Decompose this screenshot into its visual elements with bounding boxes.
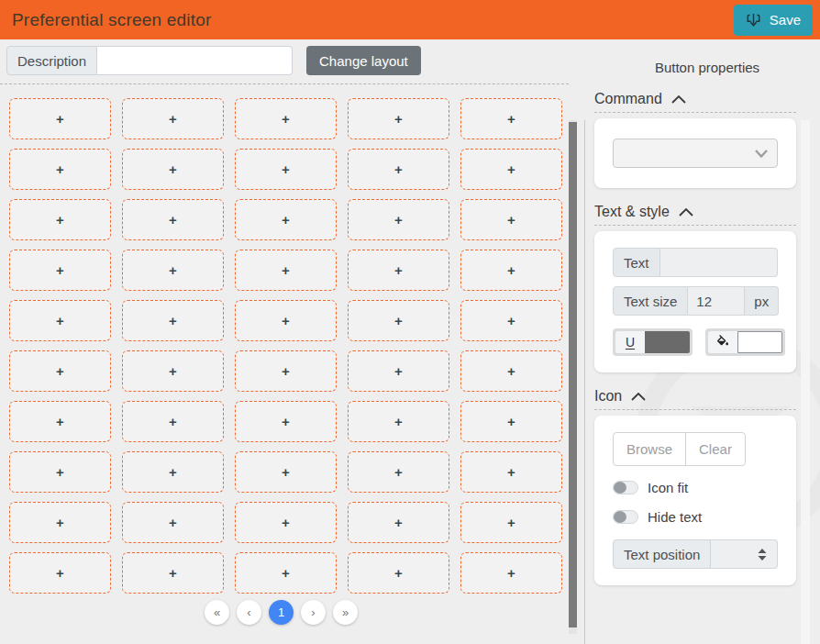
panel-title: Button properties xyxy=(594,60,820,75)
grid-add-button[interactable]: + xyxy=(348,300,449,341)
grid-add-button[interactable]: + xyxy=(122,451,224,493)
grid-add-button[interactable]: + xyxy=(348,149,449,190)
grid-add-button[interactable]: + xyxy=(235,149,337,190)
browse-button[interactable]: Browse xyxy=(614,433,685,465)
chevron-up-icon xyxy=(631,393,646,401)
text-color-group: U xyxy=(613,328,693,356)
grid-add-button[interactable]: + xyxy=(122,98,224,139)
grid-add-button[interactable]: + xyxy=(235,300,337,341)
grid-add-button[interactable]: + xyxy=(348,250,449,291)
grid-add-button[interactable]: + xyxy=(460,199,562,240)
description-group: Description xyxy=(6,46,293,75)
grid-add-button[interactable]: + xyxy=(122,401,224,442)
save-button[interactable]: Save xyxy=(734,5,813,36)
grid-add-button[interactable]: + xyxy=(460,350,562,392)
grid-add-button[interactable]: + xyxy=(122,199,224,240)
grid-add-button[interactable]: + xyxy=(122,149,224,190)
command-card xyxy=(594,118,796,188)
chevron-up-icon xyxy=(671,95,686,104)
grid-add-button[interactable]: + xyxy=(9,552,111,594)
grid-add-button[interactable]: + xyxy=(235,98,337,139)
grid-add-button[interactable]: + xyxy=(122,502,224,543)
grid-add-button[interactable]: + xyxy=(460,250,562,291)
hide-text-row: Hide text xyxy=(613,509,778,525)
grid-add-button[interactable]: + xyxy=(9,451,111,493)
grid-add-button[interactable]: + xyxy=(235,250,337,291)
grid-add-button[interactable]: + xyxy=(460,401,562,442)
grid-add-button[interactable]: + xyxy=(235,502,337,543)
grid-add-button[interactable]: + xyxy=(122,250,224,291)
save-download-icon xyxy=(746,12,761,28)
fill-color-group xyxy=(705,328,785,356)
description-input[interactable] xyxy=(97,46,293,75)
underline-button[interactable]: U xyxy=(615,331,645,353)
change-layout-button[interactable]: Change layout xyxy=(306,46,421,75)
properties-panel: Button properties Command Text & xyxy=(584,39,820,644)
section-header-text-style[interactable]: Text & style xyxy=(594,204,796,226)
save-button-label: Save xyxy=(770,12,801,28)
grid-add-button[interactable]: + xyxy=(348,350,449,392)
grid-add-button[interactable]: + xyxy=(348,502,449,543)
text-field-label: Text xyxy=(613,248,660,277)
hide-text-label: Hide text xyxy=(648,509,702,525)
grid-add-button[interactable]: + xyxy=(348,451,449,493)
text-style-card: Text Text size px U xyxy=(594,231,796,372)
grid-add-button[interactable]: + xyxy=(9,98,111,139)
button-grid: ++++++++++++++++++++++++++++++++++++++++… xyxy=(0,84,584,594)
chevron-down-icon xyxy=(755,150,768,158)
pagination-first-button[interactable]: « xyxy=(205,600,229,625)
paint-bucket-icon[interactable] xyxy=(708,331,737,353)
pagination-next-button[interactable]: › xyxy=(301,600,326,625)
grid-add-button[interactable]: + xyxy=(9,149,111,190)
grid-add-button[interactable]: + xyxy=(235,552,337,594)
text-style-section-label: Text & style xyxy=(594,204,670,220)
pagination: « ‹ 1 › » xyxy=(0,600,562,625)
toolbar: Description Change layout xyxy=(0,39,584,78)
text-field-group: Text xyxy=(613,248,778,277)
grid-add-button[interactable]: + xyxy=(235,451,337,493)
grid-add-button[interactable]: + xyxy=(9,401,111,442)
grid-add-button[interactable]: + xyxy=(9,350,111,392)
grid-add-button[interactable]: + xyxy=(9,250,111,291)
grid-add-button[interactable]: + xyxy=(460,300,562,341)
grid-add-button[interactable]: + xyxy=(460,451,562,493)
grid-add-button[interactable]: + xyxy=(122,350,224,392)
panel-scrollbar-track[interactable] xyxy=(801,120,810,644)
grid-add-button[interactable]: + xyxy=(348,401,449,442)
grid-add-button[interactable]: + xyxy=(235,199,337,240)
grid-add-button[interactable]: + xyxy=(9,300,111,341)
clear-button[interactable]: Clear xyxy=(685,433,745,465)
grid-add-button[interactable]: + xyxy=(348,98,449,139)
text-input[interactable] xyxy=(660,248,778,277)
grid-add-button[interactable]: + xyxy=(460,502,562,543)
pagination-page-button[interactable]: 1 xyxy=(269,600,294,625)
hide-text-toggle[interactable] xyxy=(613,510,638,524)
sort-arrows-icon xyxy=(758,549,767,561)
background-color-swatch[interactable] xyxy=(737,331,782,353)
icon-card: Browse Clear Icon fit Hide text Text pos… xyxy=(594,416,796,585)
command-select[interactable] xyxy=(613,139,778,168)
editor-main: Description Change layout ++++++++++++++… xyxy=(0,39,584,644)
grid-add-button[interactable]: + xyxy=(460,552,562,594)
grid-add-button[interactable]: + xyxy=(122,552,224,594)
icon-fit-row: Icon fit xyxy=(613,480,778,495)
text-position-select[interactable] xyxy=(711,539,778,569)
section-header-command[interactable]: Command xyxy=(594,91,796,113)
grid-add-button[interactable]: + xyxy=(235,350,337,392)
text-size-input[interactable] xyxy=(688,286,745,316)
pagination-last-button[interactable]: » xyxy=(333,600,358,625)
grid-add-button[interactable]: + xyxy=(235,401,337,442)
pagination-prev-button[interactable]: ‹ xyxy=(237,600,261,625)
grid-add-button[interactable]: + xyxy=(9,502,111,543)
grid-add-button[interactable]: + xyxy=(9,199,111,240)
grid-scrollbar-thumb[interactable] xyxy=(569,122,577,627)
grid-add-button[interactable]: + xyxy=(122,300,224,341)
grid-add-button[interactable]: + xyxy=(460,98,562,139)
text-color-swatch[interactable] xyxy=(645,331,690,353)
grid-add-button[interactable]: + xyxy=(348,552,449,594)
grid-add-button[interactable]: + xyxy=(460,149,562,190)
grid-add-button[interactable]: + xyxy=(348,199,449,240)
icon-fit-toggle[interactable] xyxy=(613,481,638,494)
text-position-group: Text position xyxy=(613,539,778,569)
section-header-icon[interactable]: Icon xyxy=(594,388,796,410)
